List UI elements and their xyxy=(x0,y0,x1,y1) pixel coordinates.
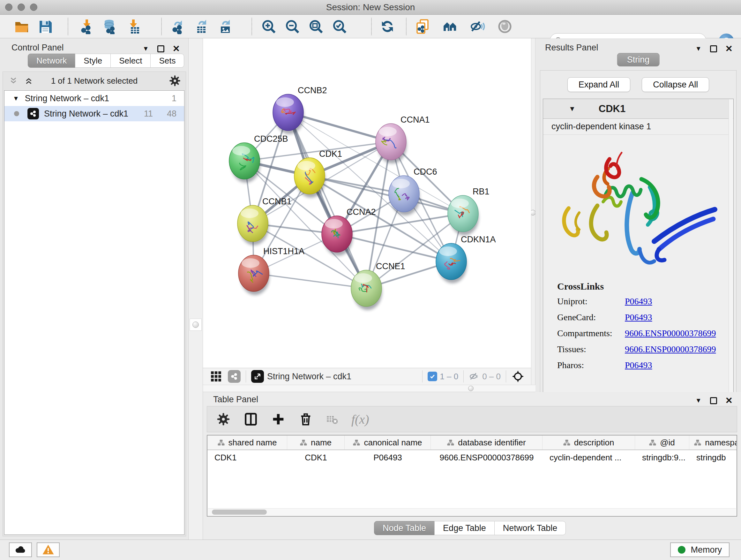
crosslink-link[interactable]: 9606.ENSP00000378699 xyxy=(625,344,716,354)
table-panel-menu-icon[interactable]: ▼ xyxy=(695,397,702,404)
network-row-selected[interactable]: String Network – cdk1 11 48 xyxy=(4,106,184,121)
network-edge[interactable] xyxy=(310,176,463,213)
zoom-in-button[interactable] xyxy=(259,17,278,36)
memory-status-dot xyxy=(678,546,685,554)
results-panel-float-icon[interactable] xyxy=(710,45,717,52)
tab-sets[interactable]: Sets xyxy=(150,54,184,68)
export-image-button[interactable] xyxy=(216,17,235,36)
crosslink-link[interactable]: P06493 xyxy=(625,312,652,322)
splitter-handle[interactable] xyxy=(468,386,474,391)
table-cell[interactable]: stringdb:9... xyxy=(635,450,689,465)
table-horizontal-scrollbar[interactable] xyxy=(208,508,736,515)
zoom-fit-button[interactable] xyxy=(307,17,326,36)
network-node-CCNB2[interactable] xyxy=(273,94,304,134)
network-node-CCNE1[interactable] xyxy=(351,270,382,310)
collapse-section-icon[interactable]: ▼ xyxy=(569,105,576,113)
tab-select[interactable]: Select xyxy=(111,54,151,68)
crosshair-icon[interactable] xyxy=(511,370,525,383)
column-header-shared-name[interactable]: shared name xyxy=(207,435,287,449)
clone-network-button[interactable] xyxy=(413,17,432,36)
network-node-CDK1[interactable] xyxy=(294,158,325,198)
column-header--id[interactable]: @id xyxy=(635,435,689,449)
export-network-button[interactable] xyxy=(169,17,188,36)
expand-all-button[interactable]: Expand All xyxy=(567,77,630,92)
right-splitter[interactable] xyxy=(531,38,536,392)
table-cell[interactable]: CDK1 xyxy=(287,450,345,465)
tab-style[interactable]: Style xyxy=(75,54,111,68)
tree-expand-icon[interactable]: ▼ xyxy=(13,95,19,102)
crosslink-link[interactable]: 9606.ENSP00000378699 xyxy=(625,328,716,338)
network-graph[interactable]: CCNB2CCNA1CDC25BCDK1CDC6RB1CCNB1CCNA2CDK… xyxy=(203,38,531,368)
column-header-name[interactable]: name xyxy=(287,435,345,449)
network-node-HIST1H1A[interactable] xyxy=(239,255,269,295)
add-column-icon[interactable] xyxy=(271,412,286,427)
tab-string[interactable]: String xyxy=(617,53,660,66)
table-options-gear-icon[interactable] xyxy=(216,412,231,427)
network-collection-row[interactable]: ▼ String Network – cdk1 1 xyxy=(4,91,184,106)
cloud-status-button[interactable] xyxy=(9,543,32,557)
table-row[interactable]: CDK1CDK1P064939606.ENSP00000378699cyclin… xyxy=(207,450,737,465)
table-cell[interactable]: CDK1 xyxy=(207,450,287,465)
control-panel-close-icon[interactable]: ✕ xyxy=(173,44,180,54)
tab-edge-table[interactable]: Edge Table xyxy=(434,521,495,535)
network-edge[interactable] xyxy=(337,234,451,261)
open-session-button[interactable] xyxy=(12,17,31,36)
table-cell[interactable]: cyclin-dependent ... xyxy=(542,450,635,465)
import-table-button[interactable] xyxy=(124,17,143,36)
zoom-out-button[interactable] xyxy=(283,17,302,36)
grid-view-icon[interactable] xyxy=(210,370,222,382)
show-columns-icon[interactable] xyxy=(244,412,258,427)
delete-table-icon-disabled xyxy=(326,413,339,426)
results-panel-menu-icon[interactable]: ▼ xyxy=(695,45,702,52)
network-node-CDC25B[interactable] xyxy=(229,143,260,183)
refresh-button[interactable] xyxy=(378,17,397,36)
network-options-gear-icon[interactable] xyxy=(169,74,181,87)
vertical-scrollbar[interactable] xyxy=(729,99,733,400)
scrollbar-thumb[interactable] xyxy=(212,509,267,515)
table-cell[interactable]: stringdb xyxy=(689,450,737,465)
control-panel-menu-icon[interactable]: ▼ xyxy=(143,45,149,52)
network-node-CDC6[interactable] xyxy=(389,176,420,215)
tab-network-table[interactable]: Network Table xyxy=(494,521,566,535)
import-network-from-database-button[interactable] xyxy=(100,17,119,36)
network-node-RB1[interactable] xyxy=(448,195,479,235)
memory-button[interactable]: Memory xyxy=(670,543,730,557)
network-node-CCNB1[interactable] xyxy=(238,205,268,245)
table-cell[interactable]: P06493 xyxy=(345,450,431,465)
hide-selected-button[interactable] xyxy=(468,17,487,36)
column-header-canonical-name[interactable]: canonical name xyxy=(345,435,431,449)
show-all-button[interactable] xyxy=(495,17,515,36)
warning-status-button[interactable] xyxy=(37,543,60,557)
tab-node-table[interactable]: Node Table xyxy=(374,521,434,535)
first-neighbors-button[interactable] xyxy=(441,17,460,36)
splitter-handle[interactable] xyxy=(192,321,199,328)
delete-column-icon[interactable] xyxy=(298,412,313,427)
selected-checkbox[interactable] xyxy=(428,372,437,381)
network-edge[interactable] xyxy=(254,273,366,288)
birdseye-view-icon[interactable] xyxy=(251,370,264,383)
collapse-all-button[interactable]: Collapse All xyxy=(642,77,709,92)
network-node-CCNA1[interactable] xyxy=(376,124,407,164)
column-header-namespace[interactable]: namespace xyxy=(689,435,737,449)
network-canvas[interactable]: CCNB2CCNA1CDC25BCDK1CDC6RB1CCNB1CCNA2CDK… xyxy=(203,38,531,368)
network-view-icon[interactable] xyxy=(228,370,241,383)
table-panel-close-icon[interactable]: ✕ xyxy=(725,395,733,406)
column-header-database-identifier[interactable]: database identifier xyxy=(431,435,542,449)
column-header-description[interactable]: description xyxy=(542,435,635,449)
network-edge[interactable] xyxy=(288,112,366,288)
export-table-button[interactable] xyxy=(192,17,211,36)
tab-network[interactable]: Network xyxy=(28,54,75,68)
control-panel-float-icon[interactable] xyxy=(157,45,164,52)
gene-section-header[interactable]: ▼ CDK1 xyxy=(543,99,733,119)
zoom-selected-button[interactable] xyxy=(330,17,349,36)
table-cell[interactable]: 9606.ENSP00000378699 xyxy=(431,450,542,465)
network-node-CCNA2[interactable] xyxy=(322,216,353,256)
network-node-CDKN1A[interactable] xyxy=(436,243,467,283)
crosslink-link[interactable]: P06493 xyxy=(625,296,652,307)
import-network-button[interactable] xyxy=(77,17,96,36)
table-panel-float-icon[interactable] xyxy=(710,397,717,404)
left-splitter[interactable] xyxy=(189,38,203,540)
crosslink-link[interactable]: P06493 xyxy=(625,360,652,370)
results-panel-close-icon[interactable]: ✕ xyxy=(725,44,733,54)
save-session-button[interactable] xyxy=(36,17,55,36)
